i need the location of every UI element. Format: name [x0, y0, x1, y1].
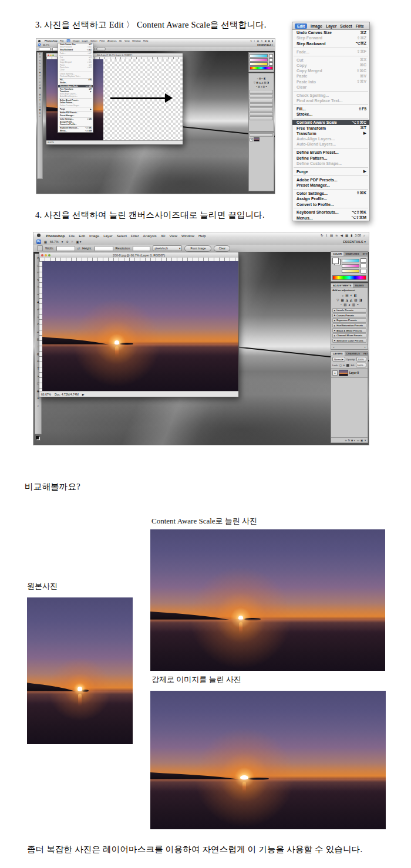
panel-tab[interactable]: MASKS [353, 283, 365, 288]
menu-item[interactable]: View [124, 39, 130, 42]
status-icon[interactable]: ◀ [341, 234, 343, 237]
menu-item[interactable]: Help [198, 234, 206, 238]
adjustment-icon[interactable]: ▤ [345, 293, 348, 297]
preset-row[interactable] [250, 112, 273, 116]
spotlight-icon[interactable]: ⌕ [363, 234, 365, 238]
screen-mode-icon[interactable]: ▣ ▾ [76, 240, 82, 244]
menu-item[interactable]: Paste ⌘V [292, 73, 369, 79]
menu-item[interactable]: Fade... ⇧⌘F [292, 49, 369, 54]
crop-tool-icon[interactable] [37, 245, 43, 251]
menu-item[interactable]: Image [89, 234, 99, 238]
menubar-item[interactable]: Select [340, 24, 352, 28]
menu-item[interactable]: Photoshop [45, 39, 58, 42]
opacity-value[interactable]: 100% [356, 357, 366, 362]
adjustment-icon[interactable]: ▽ [336, 298, 339, 302]
foreground-color[interactable] [35, 435, 39, 440]
menubar-clock[interactable]: 3:08 [355, 234, 361, 237]
menu-item[interactable]: File [69, 234, 75, 238]
menu-item[interactable]: Cut ⌘X [292, 57, 369, 62]
tool-icon[interactable]: ⌕ [38, 402, 39, 410]
resolution-field[interactable] [133, 246, 150, 251]
menu-item[interactable]: Purge ▶ [292, 169, 369, 174]
menubar-item[interactable]: Image [311, 24, 322, 28]
menu-item[interactable]: Auto-Align Layers... [292, 136, 369, 141]
color-panel[interactable] [248, 52, 274, 72]
menu-item[interactable]: Convert to Profile... [292, 201, 369, 207]
menu-item[interactable]: Menus... ⌥⇧⌘M [292, 215, 369, 221]
menu-item[interactable]: Free Transform ⌘T [292, 125, 369, 130]
panel-tab[interactable]: COLOR [331, 252, 343, 256]
layers-footer-icon[interactable]: ▭ [357, 439, 359, 442]
preset-row[interactable] [250, 116, 273, 120]
menu-item[interactable]: Define Pattern... [292, 156, 369, 161]
tool-icon[interactable]: ⌕ [39, 115, 41, 118]
menubar-item[interactable]: Layer [326, 24, 336, 28]
menu-item[interactable]: Select [90, 39, 97, 42]
status-icon[interactable]: ▮ [272, 39, 273, 42]
menu-item[interactable]: Menus... ⌥⇧⌘M [58, 129, 93, 131]
hand-icon[interactable]: ✣ [66, 240, 68, 244]
magenta-slider[interactable] [342, 264, 366, 268]
layers-footer-icon[interactable]: ✕ [364, 439, 366, 442]
apple-icon[interactable] [38, 40, 41, 42]
return-icon[interactable]: ◖ [333, 346, 335, 349]
ps-logo-icon[interactable]: Ps [38, 43, 41, 46]
menu-item[interactable]: Select [117, 234, 127, 238]
menu-item[interactable]: Step Backward ⌥⌘Z [292, 41, 369, 46]
adjustment-icon[interactable]: ◒ [342, 293, 343, 297]
clear-button[interactable] [96, 47, 106, 51]
menu-item[interactable]: Layer [103, 234, 112, 238]
menu-item[interactable]: File [60, 39, 64, 42]
color-chips[interactable] [35, 435, 41, 441]
color-ramp[interactable] [332, 275, 366, 280]
preset-row[interactable]: ▶Curves Presets [332, 313, 366, 318]
clear-button[interactable]: Clear [214, 245, 230, 252]
workspace-switcher[interactable]: ESSENTIALS ▾ [257, 43, 273, 46]
status-icon[interactable]: ▦ [345, 234, 348, 237]
zoom-level[interactable]: 66.7% [43, 44, 49, 46]
menu-item[interactable]: Define Custom Shape... [292, 161, 369, 166]
menubar-item[interactable]: Edit [295, 23, 307, 29]
menu-item[interactable]: Help [143, 39, 149, 42]
menu-item[interactable]: Photoshop [46, 234, 65, 238]
panel-tab[interactable]: STYLES [361, 252, 368, 256]
menubar-item[interactable]: Filte [356, 24, 364, 28]
adjustment-icon[interactable]: ▥ [352, 303, 355, 306]
menu-item[interactable]: Window [181, 234, 194, 238]
menu-item[interactable]: Image [73, 39, 80, 42]
menu-item[interactable]: Stroke... [292, 112, 369, 117]
panel-tab[interactable]: ADJUSTMENTS [331, 283, 353, 288]
menu-item[interactable]: Check Spelling... [292, 93, 369, 98]
status-arrow-icon[interactable]: ▶ [82, 393, 85, 396]
height-field[interactable] [95, 246, 113, 251]
layers-panel[interactable]: ● [248, 132, 274, 191]
menu-item[interactable]: Adobe PDF Presets... [292, 177, 369, 183]
adjustment-icon[interactable]: ◮ [346, 298, 348, 302]
bridge-icon[interactable]: ▦ [44, 240, 47, 244]
status-icon[interactable]: ᛒ [254, 40, 255, 42]
menu-item[interactable]: Copy Merged ⇧⌘C [292, 68, 369, 73]
adjustments-panel[interactable]: ◒ ▤ ◐ ◧ ▽ ▦ ◮ ◭ ▨ ◨ ◔ ▧ ◕ ▥ ◓ [248, 73, 274, 131]
status-icon[interactable]: ↻ [321, 234, 324, 237]
cyan-slider[interactable] [342, 258, 366, 263]
zoom-icon[interactable]: ⌕ [72, 239, 73, 244]
lock-icon[interactable]: ⬛ [346, 364, 349, 367]
status-icon[interactable]: ▦ [268, 39, 270, 42]
menu-item[interactable]: Preset Manager... [292, 183, 369, 188]
status-icon[interactable]: ◀ [264, 39, 266, 42]
preset-row[interactable] [250, 99, 273, 103]
menu-item[interactable]: Copy ⌘C [292, 63, 369, 68]
layer-visibility-icon[interactable]: ● [250, 138, 253, 141]
preset-row[interactable]: ▶Levels Presets [332, 308, 366, 313]
menu-item[interactable]: Find and Replace Text... [292, 98, 369, 103]
width-field[interactable] [56, 246, 75, 251]
menu-item[interactable]: Edit [66, 39, 70, 42]
zoom-level[interactable]: 66.7% [50, 240, 59, 244]
zoom-readout[interactable]: 66.67% [41, 393, 51, 396]
layers-footer-icon[interactable]: fx [348, 439, 351, 442]
adjustment-icon[interactable]: ◭ [350, 298, 352, 302]
ps-logo-icon[interactable]: Ps [36, 239, 41, 244]
status-icon[interactable]: ≋ [261, 39, 262, 42]
panel-tab[interactable]: LAYERS [331, 352, 345, 356]
adjustment-icon[interactable]: ▧ [343, 303, 346, 306]
